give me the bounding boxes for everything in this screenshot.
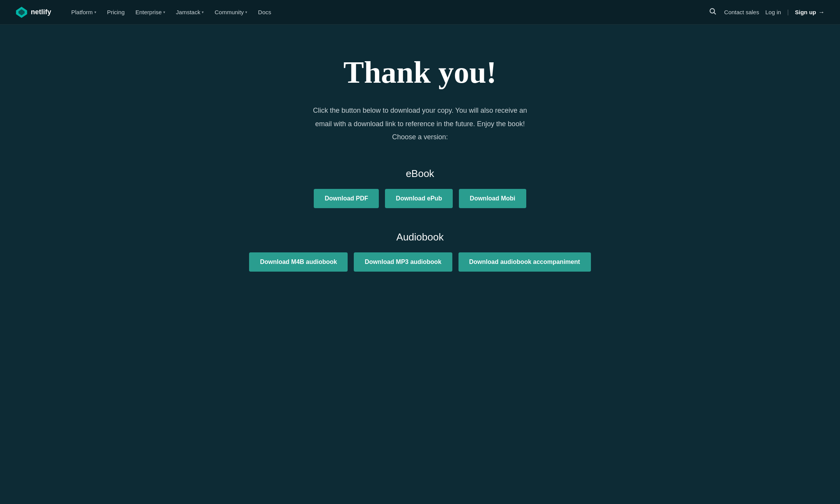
nav-item-docs[interactable]: Docs bbox=[253, 6, 276, 18]
hero-description: Click the button below to download your … bbox=[313, 105, 527, 145]
ebook-section-title: eBook bbox=[406, 168, 434, 180]
nav-right: Contact sales Log in | Sign up → bbox=[707, 6, 825, 18]
svg-line-4 bbox=[714, 13, 716, 15]
chevron-down-icon: ▾ bbox=[94, 10, 96, 14]
arrow-right-icon: → bbox=[818, 9, 825, 16]
chevron-down-icon: ▾ bbox=[202, 10, 204, 14]
download-m4b-button[interactable]: Download M4B audiobook bbox=[249, 252, 348, 272]
download-mp3-button[interactable]: Download MP3 audiobook bbox=[354, 252, 452, 272]
search-icon[interactable] bbox=[707, 6, 718, 18]
login-link[interactable]: Log in bbox=[765, 9, 781, 15]
netlify-logo-icon bbox=[15, 6, 28, 18]
audiobook-section-title: Audiobook bbox=[397, 231, 444, 243]
nav-item-enterprise[interactable]: Enterprise ▾ bbox=[131, 6, 170, 18]
download-mobi-button[interactable]: Download Mobi bbox=[459, 189, 526, 208]
contact-sales-link[interactable]: Contact sales bbox=[724, 9, 759, 15]
nav-item-pricing[interactable]: Pricing bbox=[102, 6, 129, 18]
signup-link[interactable]: Sign up → bbox=[795, 9, 825, 16]
download-accompaniment-button[interactable]: Download audiobook accompaniment bbox=[458, 252, 591, 272]
page-title: Thank you! bbox=[343, 55, 497, 89]
nav-divider: | bbox=[787, 9, 789, 16]
background-decoration bbox=[0, 350, 840, 504]
svg-point-3 bbox=[710, 8, 715, 13]
nav-logo-text: netlify bbox=[31, 8, 51, 16]
main-content: Thank you! Click the button below to dow… bbox=[0, 25, 840, 318]
nav-item-jamstack[interactable]: Jamstack ▾ bbox=[171, 6, 208, 18]
nav-item-platform[interactable]: Platform ▾ bbox=[67, 6, 101, 18]
navigation: netlify Platform ▾ Pricing Enterprise ▾ … bbox=[0, 0, 840, 25]
download-pdf-button[interactable]: Download PDF bbox=[314, 189, 379, 208]
chevron-down-icon: ▾ bbox=[163, 10, 165, 14]
nav-logo[interactable]: netlify bbox=[15, 6, 51, 18]
audiobook-download-group: Download M4B audiobook Download MP3 audi… bbox=[249, 252, 591, 272]
ebook-download-group: Download PDF Download ePub Download Mobi bbox=[314, 189, 526, 208]
nav-links: Platform ▾ Pricing Enterprise ▾ Jamstack… bbox=[67, 6, 707, 18]
nav-item-community[interactable]: Community ▾ bbox=[210, 6, 252, 18]
download-epub-button[interactable]: Download ePub bbox=[385, 189, 453, 208]
chevron-down-icon: ▾ bbox=[245, 10, 247, 14]
